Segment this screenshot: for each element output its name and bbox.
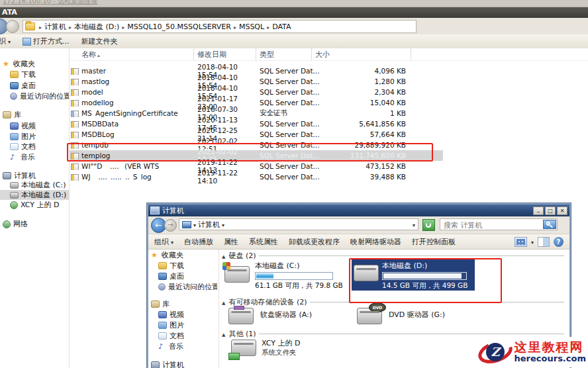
collapse-arrow-icon[interactable]: [222, 252, 225, 260]
sidebar-item-favorites[interactable]: 收藏夹: [0, 59, 69, 69]
preview-pane-icon[interactable]: [538, 237, 550, 247]
watermark: Z 这里教程网 herecours.com: [477, 337, 587, 367]
watermark-logo-icon: Z: [478, 338, 513, 367]
search-icon[interactable]: [543, 220, 556, 229]
computer-window-titlebar: 计算机: [148, 205, 569, 216]
maximize-button[interactable]: [545, 207, 556, 215]
sidebar-item-documents[interactable]: 文档: [0, 142, 69, 152]
dvd-disc-icon: [369, 302, 386, 312]
file-row[interactable]: MS_AgentSigningCertificate2016-07-30 17:…: [70, 108, 443, 118]
sql-file-icon: [71, 79, 79, 85]
sidebar-item-documents[interactable]: 文档: [148, 331, 217, 341]
sidebar-item-disk-c[interactable]: 本地磁盘 (C:): [0, 180, 69, 190]
screen: 172.16.100.10 - 远程桌面连接 ATA 计算机 本地磁盘 (D:)…: [0, 0, 588, 368]
file-row[interactable]: WJ _ ...._....._.._S_log2019-11-22 14:10…: [70, 171, 443, 182]
file-row[interactable]: model2018-04-10 15:54SQL Server Dat...2,…: [70, 87, 443, 97]
search-input[interactable]: 搜索 计算机: [440, 218, 558, 230]
sidebar-item-libraries[interactable]: 库: [148, 299, 217, 309]
data-window-titlebar: ATA: [0, 7, 588, 18]
breadcrumb-computer[interactable]: 计算机: [198, 220, 220, 230]
column-header-name[interactable]: 名称: [70, 48, 194, 60]
drive-tile-floppy-a[interactable]: 软盘驱动器 (A:): [227, 305, 346, 328]
section-divider: [259, 334, 564, 334]
sidebar-item-favorites[interactable]: 收藏夹: [148, 250, 217, 260]
forward-button[interactable]: [164, 219, 177, 232]
open-with-button[interactable]: 打开方式...: [23, 36, 70, 46]
navigation-pane: 收藏夹 下载 桌面 最近访问的位置 库 视频 图片 文档 音乐 计算机: [148, 250, 219, 368]
chevron-down-icon[interactable]: [531, 238, 534, 246]
minimize-button[interactable]: [533, 207, 544, 215]
section-divider: [259, 255, 564, 256]
breadcrumb-disk-d[interactable]: 本地磁盘 (D:): [74, 22, 119, 32]
breadcrumb-data[interactable]: DATA: [272, 23, 291, 31]
drive-tile-c[interactable]: 本地磁盘 (C:) 61.1 GB 可用，共 79.8 GB: [223, 261, 350, 293]
desktop-icon: [158, 273, 167, 280]
drive-label: XCY 上的 D: [262, 338, 300, 348]
breadcrumb-mssql10[interactable]: MSSQL10_50.MSSQLSERVER: [127, 23, 231, 31]
file-row[interactable]: master2018-04-10 15:54SQL Server Dat...4…: [70, 66, 443, 76]
floppy-stripe-icon: [234, 306, 244, 310]
sidebar-item-libraries[interactable]: 库: [0, 110, 69, 120]
breadcrumb-separator-icon: [264, 23, 272, 31]
column-header-date[interactable]: 修改日期: [194, 48, 256, 60]
sidebar-item-xcy-d[interactable]: XCY 上的 D: [0, 200, 69, 210]
sidebar-item-videos[interactable]: 视频: [148, 310, 217, 320]
organize-button[interactable]: 组织: [154, 237, 173, 247]
sidebar-item-downloads[interactable]: 下载: [0, 69, 69, 79]
system-properties-button[interactable]: 系统属性: [249, 237, 278, 247]
forward-button[interactable]: [6, 20, 19, 33]
sidebar-item-computer[interactable]: 计算机: [148, 360, 217, 368]
computer-window-title: 计算机: [162, 206, 184, 216]
collapse-arrow-icon[interactable]: [222, 330, 225, 338]
breadcrumb-separator-icon: [119, 23, 127, 31]
network-plug-icon: [228, 353, 240, 360]
music-note-icon: [158, 343, 166, 350]
file-row[interactable]: WI""D _ ...._ (VER WTS2019-11-22 14:13SQ…: [70, 161, 443, 171]
star-icon: [3, 60, 11, 68]
address-field[interactable]: 计算机 本地磁盘 (D:) MSSQL10_50.MSSQLSERVER MSS…: [23, 20, 416, 33]
uninstall-program-button[interactable]: 卸载或更改程序: [289, 237, 340, 247]
sidebar-item-desktop[interactable]: 桌面: [148, 271, 217, 281]
drive-tile-dvd-g[interactable]: DVD 驱动器 (G:): [356, 305, 475, 328]
sidebar-item-disk-d[interactable]: 本地磁盘 (D:): [0, 190, 69, 200]
properties-button[interactable]: 属性: [224, 237, 238, 247]
file-row[interactable]: modellog2021-01-17 23:00SQL Server Dat..…: [70, 97, 443, 108]
sidebar-item-music[interactable]: 音乐: [148, 342, 217, 351]
address-field[interactable]: 计算机: [179, 218, 418, 230]
drive-label: 本地磁盘 (C:): [255, 261, 343, 271]
organize-button[interactable]: 组织: [0, 36, 11, 46]
new-folder-button[interactable]: 新建文件夹: [81, 36, 118, 46]
sidebar-item-videos[interactable]: 视频: [0, 121, 69, 131]
chevron-down-icon: [193, 220, 196, 229]
sidebar-item-desktop[interactable]: 桌面: [0, 81, 69, 91]
breadcrumb-mssql[interactable]: MSSQL: [239, 23, 264, 31]
file-row[interactable]: MSDBData2020-11-13 17:45SQL Server Dat..…: [70, 118, 443, 129]
sidebar-item-pictures[interactable]: 图片: [0, 132, 69, 142]
sql-file-icon: [71, 132, 79, 138]
column-headers: 名称 修改日期 类型 大小: [70, 48, 588, 61]
drive-tile-xcy-d[interactable]: XCY 上的 D 系统文件夹: [230, 337, 362, 365]
column-header-type[interactable]: 类型: [256, 48, 312, 60]
disk-drive-icon: [10, 182, 19, 189]
sidebar-item-pictures[interactable]: 图片: [148, 320, 217, 330]
sidebar-item-computer[interactable]: 计算机: [0, 171, 69, 181]
refresh-button[interactable]: [422, 219, 435, 231]
sidebar-item-recent-places[interactable]: 最近访问的位置: [0, 91, 69, 101]
close-button[interactable]: [557, 207, 567, 215]
sidebar-item-music[interactable]: 音乐: [0, 152, 69, 162]
map-network-drive-button[interactable]: 映射网络驱动器: [350, 237, 401, 247]
breadcrumb-computer[interactable]: 计算机: [44, 22, 66, 32]
address-dropdown-icon[interactable]: [413, 220, 415, 229]
file-row[interactable]: mastlog2018-04-10 15:54SQL Server Dat...…: [70, 76, 443, 87]
help-icon[interactable]: [554, 237, 564, 247]
column-header-size[interactable]: 大小: [312, 48, 411, 60]
sidebar-item-network[interactable]: 网络: [0, 219, 69, 229]
file-row[interactable]: MSDBLog2020-12-25 21:14SQL Server Dat...…: [70, 129, 443, 140]
open-control-panel-button[interactable]: 打开控制面板: [412, 237, 456, 247]
sidebar-item-recent-places[interactable]: 最近访问的位置: [148, 282, 217, 292]
change-view-icon[interactable]: [514, 237, 527, 247]
computer-icon: [151, 361, 160, 368]
sidebar-item-downloads[interactable]: 下载: [148, 261, 217, 271]
autoplay-button[interactable]: 自动播放: [184, 237, 213, 247]
collapse-arrow-icon[interactable]: [222, 298, 225, 306]
